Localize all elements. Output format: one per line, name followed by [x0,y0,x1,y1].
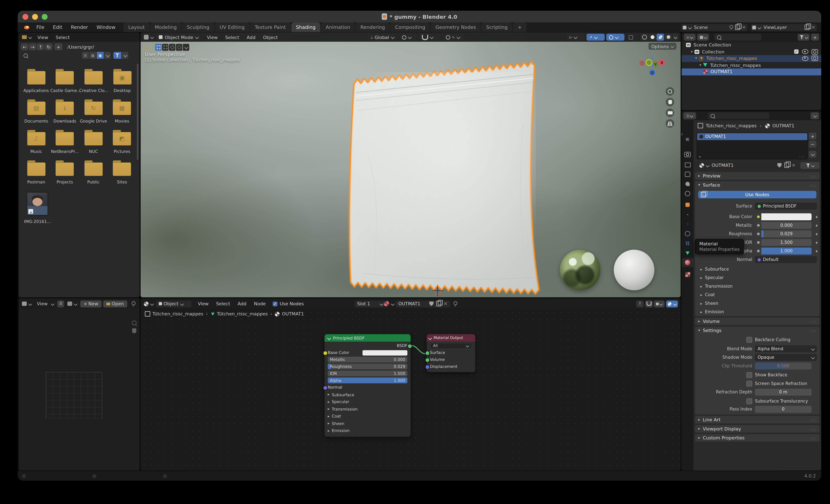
zoom-button[interactable] [666,87,674,96]
pin-icon[interactable] [453,301,457,306]
mode-dropdown[interactable]: Object Mode [156,34,200,41]
shading-dropdown[interactable] [673,34,678,41]
tab-physics[interactable] [681,229,693,238]
menu-window[interactable]: Window [92,23,120,32]
active-tool-icon[interactable]: ▻ [143,43,152,51]
specular-subpanel[interactable]: ▸Specular [700,274,724,281]
camera-view-button[interactable] [666,108,674,117]
slot-dropdown[interactable]: Slot 1 [354,300,385,307]
folder-item[interactable]: ♪Music [22,132,51,154]
pin-icon[interactable] [729,25,733,30]
menu-edit[interactable]: Edit [49,23,67,32]
normal-value-field[interactable]: Default [755,256,817,263]
material-specials-dropdown[interactable] [800,162,820,169]
overlays-toggle[interactable] [606,34,625,41]
unlink-material-icon[interactable]: ✕ [792,162,795,168]
up-button[interactable]: ↑ [37,43,44,50]
shader-view-menu[interactable]: View [194,301,212,306]
show-backface-row[interactable]: Show Backface [746,372,787,378]
sheen-subpanel[interactable]: ▸Sheen [700,300,718,307]
outliner-row-collection[interactable]: ▾ Collection ✓ [681,48,821,55]
folder-item[interactable]: Public [79,162,108,184]
tab-object[interactable] [681,200,693,209]
image-view-menu[interactable]: View [33,301,52,306]
snap-target-dropdown[interactable] [654,300,665,307]
back-button[interactable]: ← [21,43,28,50]
material-name-field[interactable]: OUTMAT1 ✕ [395,300,450,307]
blender-logo-icon[interactable] [23,24,30,31]
image-file-item[interactable]: IMG-20161... [23,192,52,224]
navigation-gizmo[interactable]: Y X [639,55,666,82]
render-visibility-icon[interactable] [811,49,818,54]
pivot-point-dropdown[interactable] [399,34,416,41]
tab-scene[interactable] [681,180,693,188]
shader-editor-type-icon[interactable] [144,301,149,306]
transform-orientation-dropdown[interactable]: ⟂ Global [368,34,396,41]
tab-shading[interactable]: Shading [291,23,320,32]
shader-add-menu[interactable]: Add [234,301,250,306]
tab-constraints[interactable]: ⛓ [681,239,693,248]
menu-render[interactable]: Render [67,23,92,32]
viewport-type-icon[interactable] [144,35,149,39]
transmission-subpanel[interactable]: ▸Transmission [700,283,733,290]
select-circle-button[interactable] [169,44,175,51]
properties-type-dropdown[interactable]: ☲ [683,112,696,119]
bsdf-output-socket[interactable] [407,344,412,349]
close-icon[interactable]: ✕ [742,25,746,30]
output-target-dropdown[interactable]: All [430,343,472,348]
normal-row[interactable]: Normal [328,384,407,390]
shading-material-preview-button[interactable] [657,34,664,41]
outliner-row-object[interactable]: ▾ Tütchen_rissc_mappes [681,55,821,62]
render-visibility-icon[interactable] [811,56,818,61]
folder-item[interactable]: ▦Movies [108,102,136,124]
shader-node-menu[interactable]: Node [250,301,269,306]
use-nodes-checkbox[interactable]: ✓ [273,301,278,306]
refraction-depth-field[interactable]: 0 m [755,389,811,396]
principled-bsdf-node[interactable]: Principled BSDF BSDF Base Color Metallic… [324,334,411,437]
folder-item[interactable]: ◩Pictures [108,132,136,154]
pan-hand-icon[interactable] [132,328,136,333]
base-color-swatch[interactable] [362,350,408,355]
filter-dropdown[interactable] [122,52,128,59]
shader-select-menu[interactable]: Select [212,301,234,306]
show-object-types-dropdown[interactable]: ▻ [567,34,585,41]
surface-value-field[interactable]: Principled BSDF [755,203,817,210]
tab-modeling[interactable]: Modeling [150,23,182,32]
backface-culling-row[interactable]: Backface Culling [746,336,791,343]
file-browser-select-menu[interactable]: Select [52,34,73,40]
animate-dot[interactable] [816,250,818,252]
folder-item[interactable]: Applications [22,71,50,93]
blend-mode-dropdown[interactable]: Alpha Blend [755,345,817,352]
alpha-slider[interactable]: 1.000 [755,248,811,254]
image-new-button[interactable]: + New [81,300,102,307]
tab-object-data[interactable] [681,249,693,257]
collection-checkbox[interactable]: ✓ [794,50,798,54]
tab-uv-editing[interactable]: UV Editing [215,23,249,32]
coat-subpanel[interactable]: ▸Coat [700,291,715,298]
add-slot-button[interactable]: + [809,133,817,139]
overlay-toggle-dropdown[interactable] [666,300,678,307]
animate-dot[interactable] [816,233,818,235]
orthographic-toggle-button[interactable] [666,119,674,128]
tab-modifiers[interactable]: ⌁ [681,210,693,219]
shader-type-dropdown[interactable]: Object [156,300,191,307]
screen-space-refraction-row[interactable]: Screen Space Refraction [746,380,807,387]
menu-file[interactable]: File [32,23,49,32]
gizmos-toggle[interactable]: ↗ [586,34,605,41]
tab-render[interactable] [681,150,693,159]
displacement-input-socket[interactable] [425,365,430,370]
line-art-panel[interactable]: ▸Line Art:::: [695,416,820,423]
new-scene-icon[interactable] [735,25,740,30]
filter-toggle-button[interactable] [114,52,121,59]
folder-item[interactable]: Sites [108,162,136,184]
outliner-display-mode-dropdown[interactable]: ≡ [684,34,696,41]
select-box-button[interactable] [162,44,168,51]
tab-world[interactable] [681,189,693,198]
snap-dropdown[interactable] [419,34,440,41]
subsurface-subpanel[interactable]: ▸Subsurface [700,266,729,273]
roughness-slider[interactable]: Roughness 0.029 [328,364,407,369]
node-header[interactable]: Material Output [426,334,475,342]
settings-panel[interactable]: ▾Settings:::: Backface Culling Blend Mod… [695,327,820,414]
emission-subpanel[interactable]: ▸Emission [700,309,724,315]
animate-dot[interactable] [816,216,818,218]
